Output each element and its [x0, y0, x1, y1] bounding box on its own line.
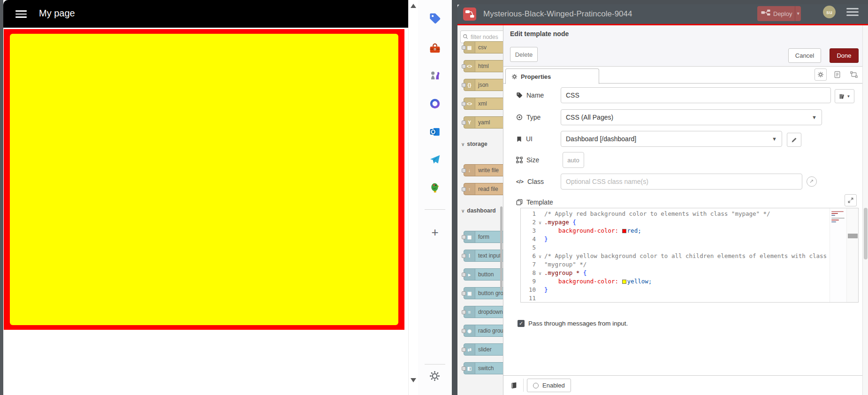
- deploy-label: Deploy: [773, 10, 792, 17]
- settings-gear-icon[interactable]: [429, 370, 441, 382]
- parrot-icon[interactable]: [429, 182, 441, 194]
- tag-icon[interactable]: [429, 12, 441, 24]
- class-input[interactable]: [561, 174, 802, 190]
- edit-template-dialog: Edit template node Delete Cancel Done Pr…: [503, 25, 862, 395]
- outlook-icon[interactable]: [429, 126, 441, 138]
- deploy-options-caret[interactable]: ▼: [795, 6, 801, 21]
- enabled-label: Enabled: [542, 382, 565, 389]
- tab-properties[interactable]: Properties: [505, 68, 599, 84]
- palette-node-button[interactable]: ▸button: [464, 268, 503, 281]
- done-button[interactable]: Done: [830, 48, 859, 63]
- user-avatar[interactable]: su: [823, 6, 836, 18]
- delete-button[interactable]: Delete: [510, 47, 538, 62]
- dashboard-app-bar: My page: [3, 0, 408, 28]
- palette-node-switch[interactable]: ◧switch: [464, 362, 503, 374]
- cancel-button[interactable]: Cancel: [788, 48, 821, 63]
- fold-icon[interactable]: ∨: [536, 269, 544, 278]
- expand-editor-button[interactable]: [845, 194, 857, 206]
- palette-node-csv[interactable]: ▤csv: [464, 41, 503, 53]
- palette-node-form[interactable]: ▦form: [464, 231, 503, 243]
- sidebar-divider: [425, 209, 445, 210]
- palette-node-yaml[interactable]: Yyaml: [464, 116, 503, 129]
- palette-node-dropdown[interactable]: ≡dropdown: [464, 306, 503, 318]
- dialog-tab-bar: Properties: [503, 67, 862, 84]
- telegram-icon[interactable]: [429, 153, 441, 166]
- size-field-label: Size: [516, 152, 539, 168]
- scroll-down-icon[interactable]: [411, 378, 416, 382]
- name-input[interactable]: [561, 87, 831, 103]
- code-line-2: 2∨.mypage {: [521, 218, 858, 227]
- palette-scrollbar[interactable]: [500, 206, 503, 291]
- menu-icon[interactable]: [15, 10, 27, 18]
- color-swatch-icon: [622, 229, 626, 233]
- node-settings-gear-button[interactable]: [815, 68, 827, 81]
- window-separator: [452, 0, 457, 395]
- palette-search-input[interactable]: [470, 33, 503, 41]
- chevron-down-icon: ▼: [812, 114, 817, 120]
- enabled-toggle-button[interactable]: Enabled: [527, 379, 571, 392]
- deploy-button[interactable]: Deploy ▼: [757, 6, 801, 21]
- class-helper-button[interactable]: [807, 176, 817, 187]
- node-red-logo-icon: [463, 8, 476, 21]
- dialog-header: Edit template node Delete Cancel Done: [503, 25, 862, 67]
- size-auto-button[interactable]: auto: [563, 152, 584, 168]
- template-code-editor[interactable]: 1 /* Apply red background color to eleme…: [520, 208, 859, 303]
- code-line-4: 4 }: [521, 235, 858, 243]
- window-left-edge: [0, 0, 3, 395]
- palette-node-button-group[interactable]: ▣button group: [464, 287, 503, 299]
- editor-minimap[interactable]: [830, 208, 846, 302]
- code-line-5: 5: [521, 243, 858, 252]
- palette-node-xml[interactable]: <>xml: [464, 98, 503, 110]
- fold-icon[interactable]: ∨: [536, 252, 544, 261]
- passthrough-row[interactable]: ✓ Pass through messages from input.: [518, 320, 628, 327]
- main-menu-icon[interactable]: [846, 8, 859, 16]
- editor-scroll-handle[interactable]: [848, 234, 858, 238]
- palette-node-radio-group[interactable]: ◉radio group: [464, 325, 503, 337]
- help-book-icon[interactable]: [507, 379, 520, 392]
- bookmark-icon: [516, 136, 522, 142]
- add-icon[interactable]: +: [429, 226, 441, 238]
- ui-select[interactable]: Dashboard [/dashboard]▼: [561, 131, 782, 147]
- palette-node-json[interactable]: {}json: [464, 79, 503, 91]
- dialog-scrollbar[interactable]: [862, 25, 868, 395]
- edit-ui-pencil-button[interactable]: [787, 133, 801, 147]
- palette-node-write-file[interactable]: ↓write file: [464, 164, 503, 176]
- code-line-1: 1 /* Apply red background color to eleme…: [521, 210, 858, 218]
- loop-icon[interactable]: [429, 98, 441, 110]
- palette-node-text-input[interactable]: Itext input: [464, 250, 503, 262]
- palette-node-read-file[interactable]: ↑read file: [464, 183, 503, 195]
- workspace-title: Mysterious-Black-Winged-Pratincole-9044: [483, 9, 632, 19]
- footer-divider: [523, 379, 524, 392]
- toolbox-icon[interactable]: [429, 42, 441, 54]
- dialog-scroll-handle[interactable]: [864, 208, 868, 259]
- type-select[interactable]: CSS (All Pages)▼: [561, 109, 822, 125]
- dialog-title: Edit template node: [510, 30, 569, 38]
- copy-icon: [516, 199, 523, 205]
- deploy-icon: [761, 9, 770, 18]
- page-title: My page: [39, 8, 75, 19]
- name-field-label: Name: [516, 87, 544, 103]
- passthrough-label: Pass through messages from input.: [528, 320, 628, 327]
- palette-node-slider[interactable]: ⇄slider: [464, 343, 503, 356]
- node-palette: ▤csv<>html{}json<>xmlYyaml∨storage↓write…: [457, 25, 503, 395]
- dashboard-window: My page: [3, 0, 408, 395]
- library-button[interactable]: ▼: [835, 89, 854, 103]
- description-tab-icon[interactable]: [832, 69, 843, 80]
- editor-scrollbar[interactable]: [846, 208, 858, 302]
- code-line-10: 10 }: [521, 286, 858, 294]
- scroll-up-icon[interactable]: [411, 4, 416, 8]
- page-scrollbar[interactable]: [408, 0, 418, 395]
- passthrough-checkbox[interactable]: ✓: [518, 320, 525, 327]
- fold-icon[interactable]: ∨: [536, 219, 544, 227]
- appearance-tab-icon[interactable]: [849, 69, 859, 80]
- palette-category-dashboard[interactable]: ∨dashboard: [461, 207, 496, 214]
- chess-icon[interactable]: [429, 69, 441, 81]
- search-icon: [463, 33, 468, 41]
- tag-icon: [516, 92, 523, 99]
- code-line-9: 9 background-color: yellow;: [521, 277, 858, 286]
- type-field-label: Type: [516, 109, 541, 125]
- palette-node-html[interactable]: <>html: [464, 60, 503, 72]
- palette-category-storage[interactable]: ∨storage: [461, 141, 487, 147]
- code-line-8: 8∨.mygroup * {: [521, 269, 858, 277]
- mypage-red-container: [4, 29, 404, 330]
